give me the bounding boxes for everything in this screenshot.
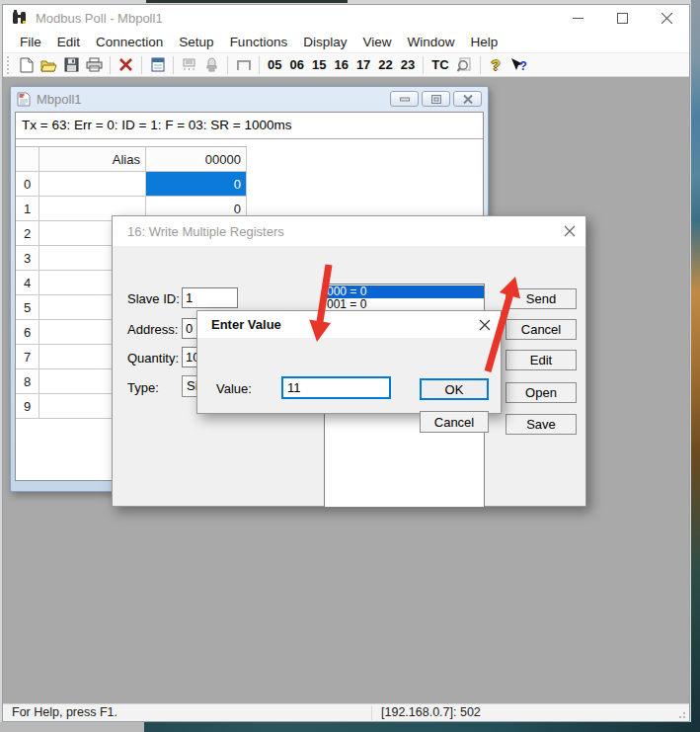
function-05-button[interactable]: 05: [264, 57, 285, 72]
cancel-button[interactable]: Cancel: [506, 319, 577, 340]
close-icon[interactable]: [564, 225, 576, 237]
open-button[interactable]: Open: [506, 382, 577, 403]
close-icon[interactable]: [479, 319, 491, 331]
edit-button[interactable]: Edit: [506, 350, 577, 370]
row-header: 7: [16, 345, 39, 369]
child-minimize-button[interactable]: [390, 91, 419, 107]
maximize-button[interactable]: [600, 5, 645, 31]
toolbar-separator: [480, 56, 481, 74]
child-window-title: Mbpoll1: [37, 92, 387, 107]
enter-value-dialog: Enter Value Value: OK Cancel: [196, 310, 502, 414]
grid-header-alias: Alias: [39, 147, 146, 172]
menu-help[interactable]: Help: [462, 33, 506, 51]
type-label: Type:: [127, 380, 159, 395]
write-dialog-titlebar[interactable]: 16: Write Multiple Registers: [113, 216, 585, 246]
menu-setup[interactable]: Setup: [171, 33, 221, 51]
toolbar-separator: [110, 56, 111, 74]
statusbar-separator: [371, 706, 372, 720]
row-header: 0: [16, 172, 39, 197]
row-header: 3: [16, 246, 39, 271]
enter-value-title: Enter Value: [211, 317, 479, 332]
toolbar-separator: [423, 56, 424, 74]
ok-button[interactable]: OK: [420, 378, 489, 400]
value-field[interactable]: [281, 376, 391, 399]
menu-window[interactable]: Window: [399, 33, 462, 51]
function-06-button[interactable]: 06: [285, 57, 307, 72]
poll-status-line: Tx = 63: Err = 0: ID = 1: F = 03: SR = 1…: [16, 113, 483, 139]
desktop-fragment-bottom-left: [0, 722, 144, 732]
child-close-button[interactable]: [453, 91, 482, 107]
save-button[interactable]: Save: [506, 414, 577, 435]
resize-grip[interactable]: [676, 709, 686, 719]
row-header: 6: [16, 320, 39, 345]
enter-value-titlebar[interactable]: Enter Value: [197, 311, 501, 338]
menu-functions[interactable]: Functions: [222, 33, 296, 51]
child-restore-button[interactable]: [422, 91, 450, 107]
statusbar-connection-text: [192.168.0.7]: 502: [381, 705, 481, 719]
app-icon: [12, 10, 29, 26]
context-help-icon[interactable]: ?: [507, 54, 530, 76]
toolbar-separator: [173, 56, 174, 74]
statusbar: For Help, press F1. [192.168.0.7]: 502: [3, 703, 689, 721]
row-header: 5: [16, 295, 39, 320]
svg-text:?: ?: [519, 58, 527, 73]
grid-header-rownum: [16, 147, 39, 172]
print-icon[interactable]: [83, 54, 106, 76]
screen: Modbus Poll - Mbpoll1 File Edit Connecti…: [0, 0, 700, 732]
function-23-button[interactable]: 23: [397, 57, 419, 72]
toolbar-separator: [259, 56, 260, 74]
value-label: Value:: [216, 381, 252, 396]
toolbar: 05 06 15 16 17 22 23 TC ? ?: [3, 52, 689, 77]
enter-value-body: Value: OK Cancel: [197, 338, 501, 415]
function-15-button[interactable]: 15: [308, 57, 330, 72]
menu-connection[interactable]: Connection: [88, 33, 171, 51]
new-file-icon[interactable]: [15, 54, 38, 76]
slave-id-field[interactable]: [182, 287, 238, 308]
read-write-definition-icon[interactable]: [178, 54, 200, 76]
toolbar-grip[interactable]: [7, 56, 12, 74]
pulse-icon[interactable]: [232, 54, 255, 76]
cancel-button[interactable]: Cancel: [420, 411, 489, 433]
app-title: Modbus Poll - Mbpoll1: [36, 11, 556, 26]
row-header: 4: [16, 271, 39, 295]
write-dialog-title: 16: Write Multiple Registers: [127, 224, 564, 239]
toolbar-separator: [227, 56, 228, 74]
app-titlebar[interactable]: Modbus Poll - Mbpoll1: [3, 5, 689, 31]
row-header: 8: [16, 369, 39, 394]
about-icon[interactable]: ?: [485, 54, 507, 76]
close-button[interactable]: [645, 5, 689, 31]
quantity-label: Quantity:: [127, 351, 179, 366]
display-setup-icon[interactable]: [146, 54, 169, 76]
alias-cell[interactable]: [39, 172, 146, 197]
row-header: 9: [16, 394, 39, 419]
desktop-fragment-top: [146, 0, 348, 3]
send-button[interactable]: Send: [506, 288, 577, 309]
open-file-icon[interactable]: [38, 54, 60, 76]
value-cell-selected[interactable]: 0: [146, 172, 247, 197]
grid-header-address: 00000: [146, 147, 247, 172]
address-label: Address:: [127, 322, 178, 337]
slave-id-label: Slave ID:: [127, 291, 180, 306]
menubar: File Edit Connection Setup Functions Dis…: [3, 31, 689, 52]
test-center-button[interactable]: TC: [428, 57, 452, 72]
function-16-button[interactable]: 16: [330, 57, 351, 72]
menu-display[interactable]: Display: [295, 33, 354, 51]
statusbar-help-text: For Help, press F1.: [12, 705, 117, 719]
mbpoll1-titlebar[interactable]: Mbpoll1: [11, 87, 488, 111]
menu-view[interactable]: View: [354, 33, 399, 51]
function-17-button[interactable]: 17: [352, 57, 374, 72]
save-icon[interactable]: [60, 54, 83, 76]
minimize-button[interactable]: [556, 5, 600, 31]
menu-file[interactable]: File: [12, 33, 49, 51]
menu-edit[interactable]: Edit: [49, 33, 88, 51]
disconnect-icon[interactable]: [115, 54, 137, 76]
function-22-button[interactable]: 22: [374, 57, 396, 72]
communication-log-icon[interactable]: [200, 54, 223, 76]
document-icon: [17, 92, 31, 107]
row-header: 2: [16, 221, 39, 246]
find-icon[interactable]: [453, 54, 476, 76]
desktop-wallpaper-strip: [691, 0, 700, 732]
row-header: 1: [16, 197, 39, 221]
toolbar-separator: [141, 56, 142, 74]
